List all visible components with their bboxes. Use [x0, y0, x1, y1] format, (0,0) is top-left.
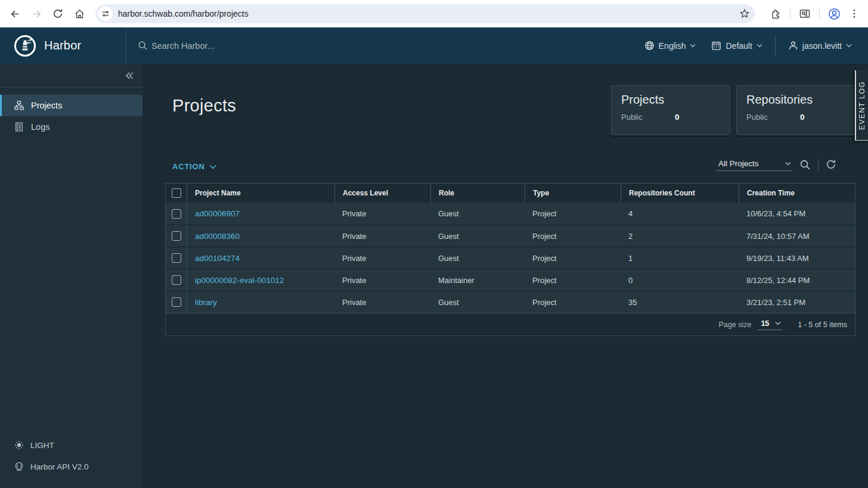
username-label: jason.levitt	[802, 41, 842, 51]
browser-back-button[interactable]	[6, 5, 24, 23]
table-refresh-button[interactable]	[826, 159, 836, 170]
project-link[interactable]: ad00008360	[195, 232, 240, 241]
back-arrow-icon	[10, 8, 21, 20]
toolbar-separator	[790, 8, 790, 20]
repositories-summary-card: Repositories Public 0	[736, 85, 855, 135]
browser-actions	[762, 8, 862, 20]
project-link[interactable]: ad00006907	[195, 209, 240, 218]
side-panel-search-button[interactable]	[799, 8, 811, 20]
column-header-access-level[interactable]: Access Level	[334, 184, 430, 203]
theme-toggle-label: LIGHT	[30, 441, 54, 450]
refresh-icon	[52, 8, 63, 19]
column-header-type[interactable]: Type	[525, 184, 621, 203]
sidebar-item-label: Projects	[31, 101, 62, 110]
site-info-button[interactable]	[98, 7, 113, 21]
type-cell: Project	[525, 247, 621, 269]
browser-profile-button[interactable]	[828, 8, 841, 20]
sidebar-nav: Projects Logs	[0, 88, 142, 434]
sun-icon	[14, 440, 24, 450]
row-checkbox[interactable]	[172, 275, 181, 285]
metric-value: 0	[675, 113, 680, 122]
action-dropdown-button[interactable]: ACTION	[172, 162, 216, 171]
extensions-button[interactable]	[770, 8, 782, 20]
table-row: ad00104274 Private Guest Project 1 9/19/…	[166, 247, 855, 269]
harbor-api-link[interactable]: Harbor API V2.0	[0, 456, 142, 477]
creation-time-cell: 3/21/23, 2:51 PM	[739, 291, 855, 313]
project-filter-select[interactable]: All Projects	[716, 158, 792, 171]
access-level-cell: Private	[334, 291, 430, 313]
summary-cards: Projects Public 0 Repositories Public 0	[611, 85, 855, 135]
browser-toolbar: harbor.schwab.com/harbor/projects	[0, 0, 868, 27]
table-row: ad00006907 Private Guest Project 4 10/6/…	[166, 203, 855, 225]
projects-table: Project Name Access Level Role Type Repo…	[165, 183, 855, 336]
column-header-creation-time[interactable]: Creation Time	[739, 184, 855, 203]
registry-scope-label: Default	[726, 41, 752, 51]
chevron-down-icon	[846, 43, 852, 48]
pagination-range: 1 - 5 of 5 items	[798, 321, 847, 329]
kebab-menu-icon	[849, 8, 860, 19]
repos-count-cell: 0	[621, 269, 739, 291]
browser-home-button[interactable]	[70, 5, 88, 23]
harbor-brand[interactable]: Harbor	[0, 27, 126, 64]
home-icon	[74, 8, 85, 20]
table-row: ad00008360 Private Guest Project 2 7/31/…	[166, 225, 855, 247]
access-level-cell: Private	[334, 203, 430, 225]
project-link[interactable]: ip00000082-eval-001012	[195, 276, 284, 285]
column-header-project-name[interactable]: Project Name	[187, 184, 334, 203]
bookmark-star-button[interactable]	[739, 8, 750, 19]
row-checkbox[interactable]	[172, 253, 181, 263]
url-text[interactable]: harbor.schwab.com/harbor/projects	[118, 9, 739, 18]
site-settings-icon	[101, 10, 110, 18]
role-cell: Guest	[430, 291, 525, 313]
table-search-button[interactable]	[799, 159, 811, 170]
column-header-role[interactable]: Role	[430, 184, 525, 203]
sidebar-collapse-row	[0, 64, 142, 88]
language-dropdown[interactable]: English	[637, 27, 704, 64]
global-search[interactable]	[126, 27, 637, 64]
card-title: Repositories	[746, 93, 845, 107]
sidebar-item-label: Logs	[31, 122, 49, 132]
sidebar-item-logs[interactable]: Logs	[0, 116, 142, 138]
browser-forward-button[interactable]	[27, 5, 45, 23]
registry-scope-dropdown[interactable]: Default	[703, 27, 770, 64]
metric-value: 0	[800, 113, 805, 122]
table-row: ip00000082-eval-001012 Private Maintaine…	[166, 269, 855, 291]
browser-menu-button[interactable]	[849, 8, 860, 19]
creation-time-cell: 9/19/23, 11:43 AM	[739, 247, 855, 269]
header-actions: English Default jason.levitt	[637, 27, 868, 64]
sidebar-item-projects[interactable]: Projects	[0, 95, 142, 116]
type-cell: Project	[525, 203, 621, 225]
collapse-sidebar-icon[interactable]	[125, 72, 134, 80]
address-bar[interactable]: harbor.schwab.com/harbor/projects	[95, 4, 755, 23]
profile-avatar-icon	[828, 8, 841, 20]
row-checkbox[interactable]	[172, 209, 181, 219]
project-link[interactable]: library	[195, 298, 217, 307]
row-checkbox[interactable]	[172, 297, 181, 307]
role-cell: Guest	[430, 247, 525, 269]
main-content: Projects Projects Public 0 Repositories …	[142, 64, 868, 488]
globe-icon	[644, 41, 655, 51]
sidebar: Projects Logs LIGHT Harbor API V2.0	[0, 64, 142, 488]
select-all-checkbox[interactable]	[172, 188, 181, 198]
project-link[interactable]: ad00104274	[195, 254, 240, 263]
event-log-tab[interactable]: EVENT LOG	[855, 70, 868, 141]
chevron-down-icon	[690, 43, 696, 48]
browser-refresh-button[interactable]	[49, 5, 67, 23]
search-input[interactable]	[151, 41, 342, 51]
page-size-select[interactable]: 15	[757, 319, 782, 330]
role-cell: Guest	[430, 225, 525, 247]
theme-toggle-light[interactable]: LIGHT	[0, 434, 142, 456]
user-menu-dropdown[interactable]: jason.levitt	[780, 27, 860, 64]
filter-selected-value: All Projects	[718, 159, 759, 168]
column-header-repositories-count[interactable]: Repositories Count	[621, 184, 739, 203]
page-size-label: Page size	[719, 321, 752, 329]
repos-count-cell: 35	[621, 291, 739, 313]
access-level-cell: Private	[334, 269, 430, 291]
row-checkbox[interactable]	[172, 231, 181, 241]
page-title: Projects	[172, 96, 236, 116]
role-cell: Maintainer	[430, 269, 525, 291]
forward-arrow-icon	[31, 8, 42, 20]
user-icon	[788, 41, 798, 51]
access-level-cell: Private	[334, 247, 430, 269]
type-cell: Project	[525, 291, 621, 313]
